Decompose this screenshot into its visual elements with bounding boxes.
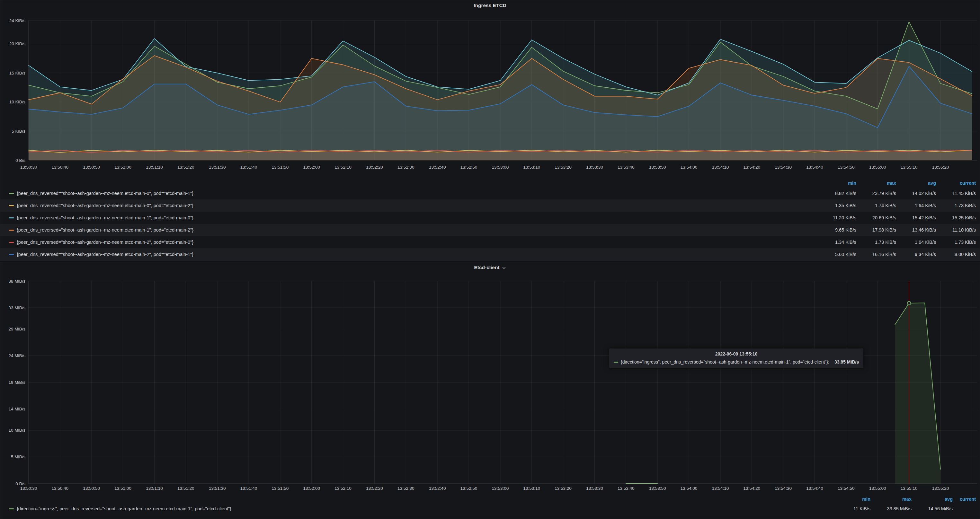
panel-title-text: Ingress ETCD: [474, 3, 506, 8]
x-axis-tick-label: 13:54:20: [743, 165, 760, 170]
x-axis-tick-label: 13:54:10: [712, 486, 729, 491]
legend-series-label[interactable]: {peer_dns_reversed="shoot--ash-garden--m…: [17, 215, 816, 220]
x-axis-tick-label: 13:52:30: [398, 486, 415, 491]
x-axis-tick-label: 13:55:20: [932, 165, 949, 170]
x-axis-tick-label: 13:53:50: [649, 486, 666, 491]
series-color-dash-icon[interactable]: [9, 205, 14, 206]
legend-stat-current: 11.45 KiB/s: [936, 191, 976, 196]
x-axis-tick-label: 13:50:30: [20, 165, 37, 170]
x-axis-tick-label: 13:51:20: [177, 165, 194, 170]
x-axis-tick-label: 13:53:30: [586, 486, 603, 491]
series-color-dash-icon[interactable]: [9, 230, 14, 230]
x-axis-tick-label: 13:50:30: [20, 486, 37, 491]
x-axis-tick-label: 13:51:40: [240, 165, 258, 170]
x-axis-tick-label: 13:54:50: [838, 486, 855, 491]
x-axis-tick-label: 13:52:10: [334, 165, 352, 170]
x-axis-tick-label: 13:55:10: [900, 486, 918, 491]
legend-series-label[interactable]: {peer_dns_reversed="shoot--ash-garden--m…: [17, 240, 816, 245]
x-axis-tick-label: 13:54:10: [712, 165, 729, 170]
legend-stat-min: 11.20 KiB/s: [816, 215, 856, 220]
etcd-client-chart[interactable]: 0 B/s5 MiB/s10 MiB/s14 MiB/s19 MiB/s24 M…: [0, 262, 980, 519]
legend-stat-max: 1.73 KiB/s: [856, 240, 896, 245]
legend-stat-avg: 14.02 KiB/s: [896, 191, 936, 196]
legend-col-min[interactable]: min: [816, 181, 856, 186]
y-axis-tick-label: 0 B/s: [16, 158, 25, 163]
x-axis-tick-label: 13:51:10: [146, 165, 163, 170]
legend-stat-max: 20.69 KiB/s: [856, 215, 896, 220]
series-color-dash-icon[interactable]: [9, 217, 14, 218]
y-axis-tick-label: 14 MiB/s: [8, 406, 25, 411]
tooltip-series-row: {direction="ingress", peer_dns_reversed=…: [614, 359, 859, 365]
legend-stat-avg: 9.34 KiB/s: [896, 252, 936, 257]
legend-stat-min: 5.60 KiB/s: [816, 252, 856, 257]
x-axis-tick-label: 13:54:40: [806, 165, 823, 170]
legend-col-max[interactable]: max: [870, 497, 912, 502]
x-axis-tick-label: 13:52:50: [460, 486, 477, 491]
y-axis-tick-label: 29 MiB/s: [8, 327, 25, 332]
x-axis-tick-label: 13:51:00: [115, 165, 131, 170]
x-axis-tick-label: 13:52:40: [429, 486, 446, 491]
series-color-dash-icon[interactable]: [9, 508, 14, 509]
panel-title-ingress-etcd[interactable]: Ingress ETCD: [0, 1, 980, 10]
y-axis-tick-label: 24 MiB/s: [8, 353, 25, 358]
legend-stat-min: 8.82 KiB/s: [816, 191, 856, 196]
panel-etcd-client: Etcd-client 0 B/s5 MiB/s10 MiB/s14 MiB/s…: [0, 262, 980, 519]
hover-point-marker: [907, 301, 911, 305]
x-axis-tick-label: 13:51:20: [177, 486, 194, 491]
legend-col-current[interactable]: current: [953, 497, 976, 502]
panel-title-text: Etcd-client: [474, 265, 499, 270]
series-fill: [895, 303, 940, 484]
legend-stat-min: 1.34 KiB/s: [816, 240, 856, 245]
legend-col-current[interactable]: current: [936, 181, 976, 186]
legend-col-avg[interactable]: avg: [912, 497, 953, 502]
tooltip-timestamp: 2022-06-09 13:55:10: [614, 351, 859, 357]
legend-header: min max avg current: [0, 179, 980, 187]
etcd-client-legend: min max avg current {direction="ingress"…: [0, 495, 980, 514]
series-color-dash-icon[interactable]: [9, 254, 14, 255]
legend-series-label[interactable]: {peer_dns_reversed="shoot--ash-garden--m…: [17, 191, 816, 196]
x-axis-tick-label: 13:54:30: [775, 486, 792, 491]
legend-series-label[interactable]: {peer_dns_reversed="shoot--ash-garden--m…: [17, 252, 816, 257]
x-axis-tick-label: 13:50:40: [52, 165, 69, 170]
x-axis-tick-label: 13:53:00: [492, 486, 509, 491]
legend-series-label[interactable]: {peer_dns_reversed="shoot--ash-garden--m…: [17, 203, 816, 208]
x-axis-tick-label: 13:51:30: [209, 165, 226, 170]
x-axis-tick-label: 13:52:40: [429, 165, 446, 170]
x-axis-tick-label: 13:53:20: [555, 486, 572, 491]
panel-title-etcd-client[interactable]: Etcd-client: [0, 263, 980, 272]
legend-stat-max: 23.79 KiB/s: [856, 191, 896, 196]
x-axis-tick-label: 13:53:10: [523, 486, 540, 491]
legend-stat-current: 1.73 KiB/s: [936, 203, 976, 208]
series-color-dash-icon[interactable]: [9, 242, 14, 243]
legend-stat-max: 33.85 MiB/s: [870, 506, 912, 511]
y-axis-tick-label: 24 KiB/s: [9, 18, 26, 23]
legend-col-max[interactable]: max: [856, 181, 896, 186]
x-axis-tick-label: 13:53:30: [586, 165, 603, 170]
y-axis-tick-label: 5 MiB/s: [11, 454, 25, 459]
tooltip-series-label: {direction="ingress", peer_dns_reversed=…: [621, 359, 829, 365]
x-axis-tick-label: 13:52:10: [334, 486, 352, 491]
y-axis-tick-label: 10 KiB/s: [9, 100, 26, 105]
x-axis-tick-label: 13:55:00: [869, 486, 886, 491]
legend-stat-current: 15.25 KiB/s: [936, 215, 976, 220]
x-axis-tick-label: 13:51:30: [209, 486, 226, 491]
x-axis-tick-label: 13:53:50: [649, 165, 666, 170]
chevron-down-icon: [502, 266, 506, 270]
legend-stat-max: 16.16 KiB/s: [856, 252, 896, 257]
legend-col-avg[interactable]: avg: [896, 181, 936, 186]
x-axis-tick-label: 13:52:00: [303, 486, 320, 491]
series-color-dash-icon[interactable]: [9, 193, 14, 194]
legend-row: {peer_dns_reversed="shoot--ash-garden--m…: [0, 224, 980, 236]
x-axis-tick-label: 13:52:20: [366, 165, 383, 170]
legend-series-label[interactable]: {direction="ingress", peer_dns_reversed=…: [17, 506, 829, 511]
grafana-dashboard: Ingress ETCD 0 B/s5 KiB/s10 KiB/s15 KiB/…: [0, 0, 980, 519]
x-axis-tick-label: 13:50:50: [83, 165, 100, 170]
x-axis-tick-label: 13:51:40: [240, 486, 258, 491]
x-axis-tick-label: 13:53:10: [523, 165, 540, 170]
y-axis-tick-label: 15 KiB/s: [9, 71, 26, 75]
x-axis-tick-label: 13:52:50: [460, 165, 477, 170]
legend-col-min[interactable]: min: [829, 497, 870, 502]
legend-series-label[interactable]: {peer_dns_reversed="shoot--ash-garden--m…: [17, 227, 816, 233]
legend-row: {peer_dns_reversed="shoot--ash-garden--m…: [0, 248, 980, 260]
legend-stat-max: 17.98 KiB/s: [856, 227, 896, 233]
